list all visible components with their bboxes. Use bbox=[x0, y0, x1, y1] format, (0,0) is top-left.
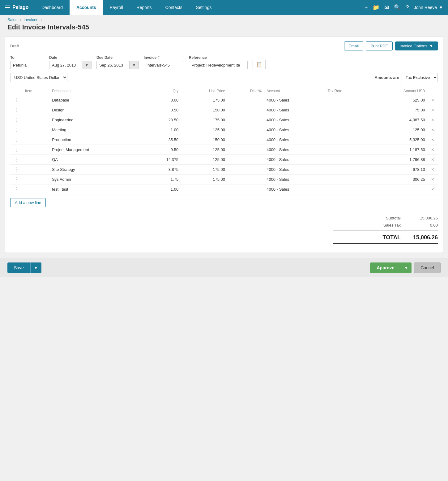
invoice-options-button[interactable]: Invoice Options ▼ bbox=[395, 41, 438, 50]
unit-price-cell[interactable]: 150.00 bbox=[181, 105, 228, 115]
account-cell[interactable]: 4000 - Sales bbox=[264, 125, 325, 135]
qty-cell[interactable]: 35.50 bbox=[143, 135, 181, 145]
drag-handle-icon[interactable]: ⋮ bbox=[13, 137, 20, 142]
qty-cell[interactable]: 14.375 bbox=[143, 155, 181, 165]
description-cell[interactable]: Project Management bbox=[49, 145, 143, 155]
disc-cell[interactable] bbox=[228, 115, 264, 125]
date-input[interactable] bbox=[49, 61, 82, 69]
disc-cell[interactable] bbox=[228, 105, 264, 115]
user-menu[interactable]: John Reeve ▼ bbox=[414, 5, 443, 10]
breadcrumb-invoices[interactable]: Invoices bbox=[23, 17, 38, 22]
drag-handle-icon[interactable]: ⋮ bbox=[13, 107, 20, 113]
drag-handle-icon[interactable]: ⋮ bbox=[13, 117, 20, 123]
tax-rate-cell[interactable] bbox=[325, 125, 368, 135]
unit-price-cell[interactable]: 150.00 bbox=[181, 135, 228, 145]
approve-button[interactable]: Approve bbox=[370, 262, 401, 273]
search-icon[interactable]: 🔍 bbox=[394, 4, 401, 11]
account-cell[interactable]: 4000 - Sales bbox=[264, 95, 325, 105]
mail-icon[interactable]: ✉ bbox=[384, 4, 389, 11]
delete-row-icon[interactable]: × bbox=[430, 127, 435, 132]
breadcrumb-sales[interactable]: Sales bbox=[7, 17, 18, 22]
account-cell[interactable]: 4000 - Sales bbox=[264, 145, 325, 155]
folder-icon[interactable]: 📁 bbox=[373, 4, 379, 11]
print-pdf-button[interactable]: Print PDF bbox=[366, 41, 392, 50]
due-date-input[interactable] bbox=[97, 61, 129, 69]
disc-cell[interactable] bbox=[228, 165, 264, 175]
cancel-button[interactable]: Cancel bbox=[414, 262, 441, 273]
drag-handle-icon[interactable]: ⋮ bbox=[13, 167, 20, 172]
account-cell[interactable]: 4000 - Sales bbox=[264, 135, 325, 145]
qty-cell[interactable]: 9.50 bbox=[143, 145, 181, 155]
email-button[interactable]: Email bbox=[344, 41, 364, 50]
tax-rate-cell[interactable] bbox=[325, 175, 368, 184]
disc-cell[interactable] bbox=[228, 175, 264, 184]
unit-price-cell[interactable]: 175.00 bbox=[181, 115, 228, 125]
delete-row-icon[interactable]: × bbox=[430, 167, 435, 172]
add-line-button[interactable]: Add a new line bbox=[10, 198, 46, 207]
tax-rate-cell[interactable] bbox=[325, 95, 368, 105]
qty-cell[interactable]: 3.875 bbox=[143, 165, 181, 175]
description-cell[interactable]: Engineering bbox=[49, 115, 143, 125]
description-cell[interactable]: Production bbox=[49, 135, 143, 145]
drag-handle-icon[interactable]: ⋮ bbox=[13, 127, 20, 132]
delete-row-icon[interactable]: × bbox=[430, 157, 435, 162]
amounts-are-dropdown[interactable]: Tax Exclusive Tax Inclusive No Tax bbox=[402, 73, 437, 82]
disc-cell[interactable] bbox=[228, 155, 264, 165]
tax-rate-cell[interactable] bbox=[325, 115, 368, 125]
nav-tab-accounts[interactable]: Accounts bbox=[70, 0, 103, 15]
invoice-num-input[interactable] bbox=[144, 61, 184, 69]
save-button[interactable]: Save bbox=[7, 262, 30, 273]
unit-price-cell[interactable]: 125.00 bbox=[181, 155, 228, 165]
help-icon[interactable]: ? bbox=[406, 4, 409, 11]
menu-icon[interactable] bbox=[5, 6, 10, 9]
delete-row-icon[interactable]: × bbox=[430, 147, 435, 152]
description-cell[interactable]: test | test bbox=[49, 184, 143, 194]
disc-cell[interactable] bbox=[228, 125, 264, 135]
copy-button[interactable]: 📋 bbox=[253, 60, 266, 69]
delete-row-icon[interactable]: × bbox=[430, 107, 435, 113]
drag-handle-icon[interactable]: ⋮ bbox=[13, 98, 20, 103]
account-cell[interactable]: 4000 - Sales bbox=[264, 105, 325, 115]
disc-cell[interactable] bbox=[228, 184, 264, 194]
delete-row-icon[interactable]: × bbox=[430, 117, 435, 123]
qty-cell[interactable]: 1.00 bbox=[143, 125, 181, 135]
to-input[interactable] bbox=[10, 61, 44, 69]
tax-rate-cell[interactable] bbox=[325, 135, 368, 145]
disc-cell[interactable] bbox=[228, 145, 264, 155]
reference-input[interactable] bbox=[189, 61, 248, 69]
date-dropdown-btn[interactable]: ▼ bbox=[82, 61, 91, 69]
tax-rate-cell[interactable] bbox=[325, 105, 368, 115]
unit-price-cell[interactable]: 175.00 bbox=[181, 95, 228, 105]
nav-tab-dashboard[interactable]: Dashboard bbox=[35, 0, 70, 15]
drag-handle-icon[interactable]: ⋮ bbox=[13, 157, 20, 162]
disc-cell[interactable] bbox=[228, 135, 264, 145]
delete-row-icon[interactable]: × bbox=[430, 177, 435, 182]
nav-tab-contacts[interactable]: Contacts bbox=[159, 0, 189, 15]
description-cell[interactable]: Database bbox=[49, 95, 143, 105]
tax-rate-cell[interactable] bbox=[325, 155, 368, 165]
unit-price-cell[interactable]: 175.00 bbox=[181, 165, 228, 175]
drag-handle-icon[interactable]: ⋮ bbox=[13, 187, 20, 192]
qty-cell[interactable]: 3.00 bbox=[143, 95, 181, 105]
delete-row-icon[interactable]: × bbox=[430, 98, 435, 103]
qty-cell[interactable]: 28.50 bbox=[143, 115, 181, 125]
qty-cell[interactable]: 0.50 bbox=[143, 105, 181, 115]
description-cell[interactable]: QA bbox=[49, 155, 143, 165]
tax-rate-cell[interactable] bbox=[325, 184, 368, 194]
account-cell[interactable]: 4000 - Sales bbox=[264, 165, 325, 175]
account-cell[interactable]: 4000 - Sales bbox=[264, 184, 325, 194]
account-cell[interactable]: 4000 - Sales bbox=[264, 115, 325, 125]
tax-rate-cell[interactable] bbox=[325, 145, 368, 155]
description-cell[interactable]: Site Strategy bbox=[49, 165, 143, 175]
delete-row-icon[interactable]: × bbox=[430, 137, 435, 142]
delete-row-icon[interactable]: × bbox=[430, 187, 435, 192]
unit-price-cell[interactable]: 175.00 bbox=[181, 175, 228, 184]
disc-cell[interactable] bbox=[228, 95, 264, 105]
unit-price-cell[interactable]: 125.00 bbox=[181, 145, 228, 155]
currency-dropdown[interactable]: USD United States Dollar bbox=[11, 73, 67, 82]
save-dropdown-button[interactable]: ▼ bbox=[30, 262, 41, 273]
add-icon[interactable]: + bbox=[365, 4, 368, 11]
drag-handle-icon[interactable]: ⋮ bbox=[13, 147, 20, 152]
description-cell[interactable]: Sys Admin bbox=[49, 175, 143, 184]
approve-dropdown-button[interactable]: ▼ bbox=[401, 262, 412, 273]
